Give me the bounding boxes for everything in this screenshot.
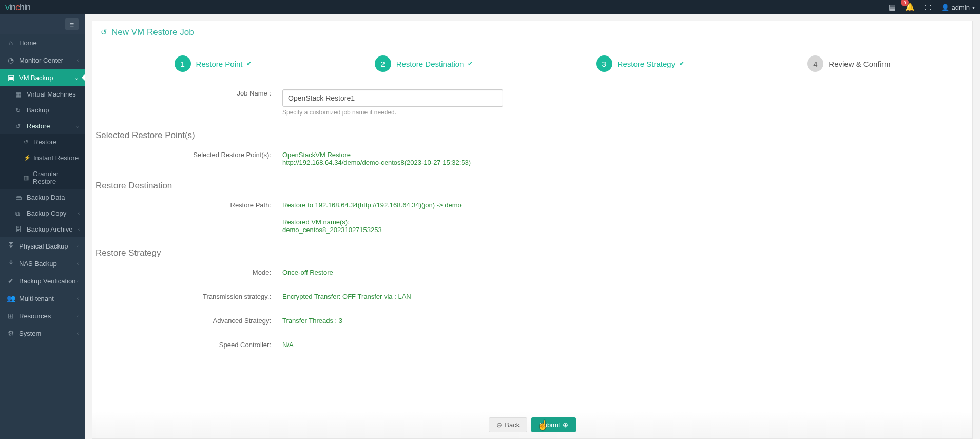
arrow-right-icon: ⊕ (563, 421, 568, 429)
help-text: Specify a customized job name if needed. (282, 107, 972, 116)
wizard-footer: ⊖ Back Submit ⊕ ☝ (92, 411, 972, 438)
sidebar-item-backup-data[interactable]: 🗃 Backup Data (0, 189, 85, 205)
chevron-left-icon: ‹ (77, 58, 79, 63)
check-icon: ✔ (679, 60, 684, 67)
value-restore-path: Restore to 192.168.64.34(http://192.168.… (282, 198, 972, 234)
sidebar-item-multi-tenant[interactable]: 👥 Multi-tenant ‹ (0, 290, 85, 307)
sidebar-item-label: Multi-tenant (19, 295, 54, 302)
topbar: vinchin ▤ 🔔9 🖵 👤 admin ▾ (0, 0, 980, 14)
chevron-down-icon: ▾ (972, 5, 975, 10)
chevron-down-icon: ⌄ (75, 123, 80, 129)
sidebar-item-label: Home (19, 39, 37, 47)
chevron-left-icon: ‹ (77, 296, 79, 301)
label-restore-path: Restore Path: (92, 198, 282, 209)
value-mode: Once-off Restore (282, 265, 972, 276)
sidebar-item-nas-backup[interactable]: 🗄 NAS Backup ‹ (0, 255, 85, 272)
arrow-left-icon: ⊖ (496, 421, 502, 429)
chevron-left-icon: ‹ (78, 211, 80, 216)
sidebar-toggle-button[interactable]: ≡ (65, 18, 79, 30)
chevron-left-icon: ‹ (77, 313, 79, 319)
step-label: Restore Point (196, 60, 243, 68)
sidebar-item-virtual-machines[interactable]: ▦ Virtual Machines (0, 86, 85, 102)
wizard-panel: ↺ New VM Restore Job 1 Restore Point ✔ 2… (92, 21, 973, 439)
step-number: 4 (807, 55, 823, 72)
chevron-left-icon: ‹ (77, 278, 79, 284)
page-title-text: New VM Restore Job (111, 27, 194, 37)
data-icon: 🗃 (15, 194, 24, 201)
step-number: 3 (596, 55, 612, 72)
instant-icon: ⚡ (24, 155, 31, 161)
user-icon: 👤 (941, 4, 949, 11)
value-advanced: Transfer Threads : 3 (282, 314, 972, 325)
step-label: Restore Destination (396, 60, 464, 68)
sidebar-item-home[interactable]: ⌂ Home (0, 34, 85, 51)
copy-icon: ⧉ (15, 210, 24, 217)
home-icon: ⌂ (6, 39, 15, 47)
label-mode: Mode: (92, 265, 282, 276)
job-name-input[interactable] (282, 89, 503, 107)
topbar-icons: ▤ 🔔9 🖵 👤 admin ▾ (889, 3, 975, 12)
sidebar-item-resources[interactable]: ⊞ Resources ‹ (0, 307, 85, 325)
restore-icon: ↺ (15, 123, 24, 130)
gear-icon: ⚙ (6, 329, 15, 337)
monitor-icon: ◔ (6, 56, 15, 64)
label-selected-restore-points: Selected Restore Point(s): (92, 148, 282, 159)
resources-icon: ⊞ (6, 312, 15, 320)
chevron-left-icon: ‹ (77, 261, 79, 266)
sidebar-item-backup-archive[interactable]: 🗄 Backup Archive ‹ (0, 221, 85, 237)
sidebar-item-label: Backup Archive (27, 225, 73, 233)
server-icon: 🗄 (6, 242, 15, 250)
sidebar-item-label: Physical Backup (19, 242, 68, 250)
user-menu[interactable]: 👤 admin ▾ (941, 4, 975, 11)
screen-icon[interactable]: 🖵 (924, 3, 932, 12)
sidebar-item-instant-restore[interactable]: ⚡ Instant Restore (0, 150, 85, 166)
submit-button-label: Submit (539, 421, 560, 429)
sidebar-item-monitor[interactable]: ◔ Monitor Center ‹ (0, 51, 85, 69)
sidebar-item-backup-copy[interactable]: ⧉ Backup Copy ‹ (0, 205, 85, 221)
check-icon: ✔ (468, 60, 473, 67)
section-restore-destination: Restore Destination (92, 174, 972, 195)
section-restore-points: Selected Restore Point(s) (92, 123, 972, 145)
sidebar-item-backup[interactable]: ↻ Backup (0, 102, 85, 118)
sidebar-item-restore-sub[interactable]: ↺ Restore (0, 134, 85, 150)
sidebar-item-granular-restore[interactable]: ▥ Granular Restore (0, 166, 85, 189)
back-button[interactable]: ⊖ Back (489, 417, 527, 432)
task-icon[interactable]: ▤ (889, 3, 896, 12)
sidebar-toggle-row: ≡ (0, 14, 85, 34)
sidebar-item-label: Restore (27, 122, 50, 130)
label-job-name: Job Name : (92, 86, 282, 97)
bell-icon[interactable]: 🔔9 (905, 3, 915, 12)
label-transmission: Transmission strategy.: (92, 290, 282, 300)
sidebar-item-label: Monitor Center (19, 56, 63, 64)
step-restore-destination[interactable]: 2 Restore Destination ✔ (375, 55, 473, 72)
value-speed: N/A (282, 338, 972, 349)
restore-icon: ↺ (24, 139, 31, 145)
step-restore-strategy[interactable]: 3 Restore Strategy ✔ (596, 55, 685, 72)
sidebar-item-label: Virtual Machines (27, 90, 76, 98)
wizard-steps: 1 Restore Point ✔ 2 Restore Destination … (92, 44, 972, 83)
sidebar-item-label: System (19, 330, 41, 337)
sidebar-item-vmbackup[interactable]: ▣ VM Backup ⌄ (0, 69, 85, 86)
sidebar-item-label: NAS Backup (19, 260, 57, 268)
form-area: Job Name : Specify a customized job name… (92, 83, 972, 362)
submit-button[interactable]: Submit ⊕ (531, 417, 575, 432)
content-area: ↺ New VM Restore Job 1 Restore Point ✔ 2… (85, 14, 980, 439)
chevron-left-icon: ‹ (77, 243, 79, 249)
chevron-left-icon: ‹ (77, 331, 79, 336)
sidebar-item-label: Backup Verification (19, 277, 76, 285)
vms-icon: ▦ (15, 91, 24, 98)
backup-icon: ↻ (15, 107, 24, 114)
sidebar-item-label: Granular Restore (33, 170, 80, 185)
verify-icon: ✔ (6, 277, 15, 285)
sidebar-item-system[interactable]: ⚙ System ‹ (0, 325, 85, 342)
step-restore-point[interactable]: 1 Restore Point ✔ (175, 55, 252, 72)
sidebar-item-label: VM Backup (19, 74, 53, 82)
value-selected-restore-points: OpenStackVM Restore http://192.168.64.34… (282, 148, 972, 166)
vm-icon: ▣ (6, 73, 15, 82)
sidebar-item-backup-verification[interactable]: ✔ Backup Verification ‹ (0, 272, 85, 290)
granular-icon: ▥ (24, 175, 30, 181)
sidebar-item-restore[interactable]: ↺ Restore ⌄ (0, 118, 85, 134)
chevron-down-icon: ⌄ (74, 75, 79, 81)
logo: vinchin (5, 2, 30, 13)
sidebar-item-physical-backup[interactable]: 🗄 Physical Backup ‹ (0, 237, 85, 255)
